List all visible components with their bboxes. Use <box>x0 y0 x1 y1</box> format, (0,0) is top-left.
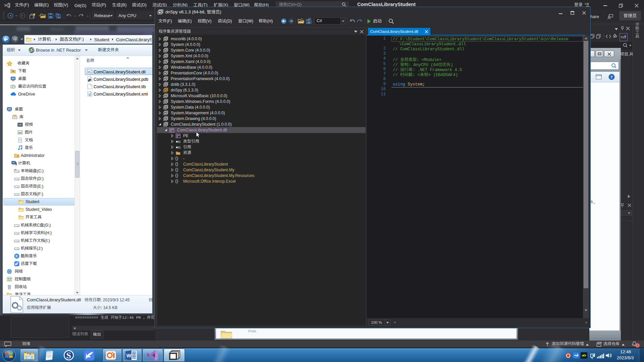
svg-text://: // <box>393 63 398 67</box>
svg-text:(V): (V) <box>62 2 68 7</box>
svg-text:dnSpy v6.1.3 (64-bit,: dnSpy v6.1.3 (64-bit, <box>165 9 206 14</box>
svg-text:(H:): (H:) <box>45 231 52 235</box>
svg-text:(P): (P) <box>100 2 106 7</box>
svg-text:(F): (F) <box>167 19 172 23</box>
svg-text://: // <box>393 68 398 72</box>
svg-text://: // <box>393 73 398 77</box>
svg-text:(B): (B) <box>121 2 126 7</box>
svg-text:(J:): (J:) <box>37 246 43 251</box>
svg-text:(D): (D) <box>141 2 147 7</box>
svg-text:: <Module>: : <Module> <box>417 58 441 62</box>
svg-text:(C:): (C:) <box>37 169 44 173</box>
svg-text:(E:): (E:) <box>37 184 43 189</box>
svg-text:K: K <box>15 254 18 258</box>
svg-text:,: , <box>628 52 629 57</box>
svg-text:(F:): (F:) <box>77 37 84 42</box>
svg-text:): ) <box>220 9 221 14</box>
svg-text:: 14.5 KB: : 14.5 KB <box>101 305 117 310</box>
svg-text:(E): (E) <box>186 19 192 23</box>
svg-text:C: C <box>37 223 40 228</box>
svg-text:(I:): (I:) <box>45 238 50 243</box>
svg-text:: AnyCPU (64: : AnyCPU (64 <box>409 63 438 67</box>
svg-text:(F): (F) <box>23 2 29 7</box>
svg-text:: .NET Framework 4.5: : .NET Framework 4.5 <box>413 68 462 72</box>
svg-text:(D): (D) <box>226 19 232 23</box>
svg-text:): ) <box>450 63 453 67</box>
svg-text:S: S <box>66 351 71 360</box>
svg-text:(D:): (D:) <box>37 176 44 181</box>
svg-text:(V): (V) <box>206 19 212 23</box>
svg-text:(Ctrl+Q): (Ctrl+Q) <box>287 2 302 7</box>
svg-text://: // <box>393 58 398 62</box>
svg-text:(G:): (G:) <box>44 223 51 228</box>
svg-text:(W): (W) <box>247 19 253 23</box>
svg-text:?: ? <box>610 74 613 79</box>
svg-text:(E): (E) <box>43 2 49 7</box>
svg-text:(F:): (F:) <box>37 192 43 196</box>
svg-text:: <: : < <box>413 73 420 77</box>
svg-text:(H): (H) <box>267 19 273 23</box>
svg-text:==========: ========== <box>75 315 98 320</box>
svg-text:12:45 PM: 12:45 PM <box>122 315 141 320</box>
svg-text:W: W <box>126 353 131 358</box>
svg-text:: 2023/9/3 12:45: : 2023/9/3 12:45 <box>101 298 130 302</box>
svg-text:> (EB4D5AF4): > (EB4D5AF4) <box>428 73 458 77</box>
